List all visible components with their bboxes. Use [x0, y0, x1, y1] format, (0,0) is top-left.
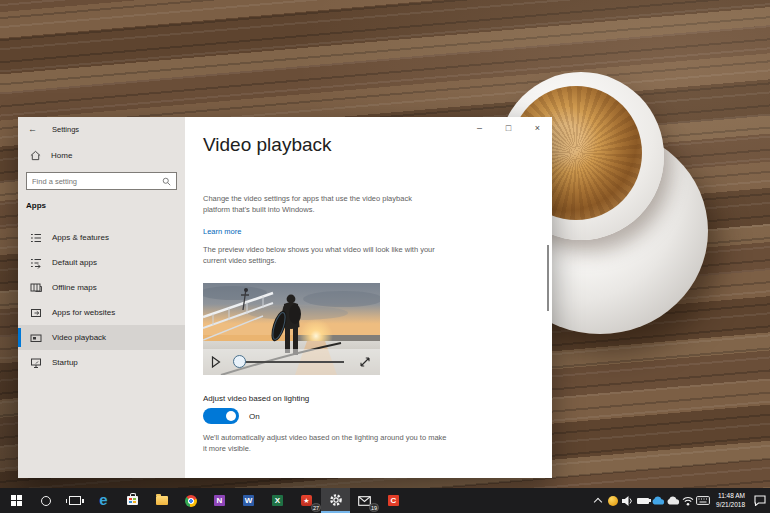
notification-badge: 19 — [369, 503, 379, 512]
chrome-icon — [185, 495, 197, 507]
settings-sidebar: ← Settings Home Apps Apps & features — [18, 117, 185, 478]
tray-battery[interactable] — [635, 488, 650, 513]
lighting-toggle-row: On — [203, 408, 260, 424]
tray-volume[interactable] — [620, 488, 635, 513]
learn-more-link[interactable]: Learn more — [203, 227, 241, 236]
sidebar-item-label: Default apps — [52, 258, 97, 267]
taskbar-item-chrome[interactable] — [176, 488, 205, 513]
sidebar-items: Apps & features Default apps Offline map… — [18, 225, 185, 375]
search-box[interactable] — [26, 172, 177, 190]
task-view-icon — [69, 496, 81, 505]
tray-date: 9/21/2018 — [716, 501, 745, 510]
tray-yellow-app[interactable] — [605, 488, 620, 513]
windows-logo-icon — [11, 495, 22, 506]
tray-onedrive[interactable] — [650, 488, 665, 513]
red-star-app-icon: ★ — [301, 495, 312, 506]
chevron-up-icon — [593, 498, 601, 506]
speaker-icon — [622, 496, 634, 506]
scrollbar-thumb[interactable] — [547, 245, 549, 311]
lighting-setting-label: Adjust video based on lighting — [203, 394, 309, 403]
sidebar-item-home[interactable]: Home — [18, 145, 185, 165]
taskbar-item-c-app[interactable]: C — [379, 488, 408, 513]
sidebar-item-label: Offline maps — [52, 283, 97, 292]
taskbar-item-file-explorer[interactable] — [147, 488, 176, 513]
keyboard-icon — [696, 496, 710, 505]
back-button[interactable]: ← — [28, 124, 42, 134]
sidebar-item-label: Apps & features — [52, 233, 109, 242]
offline-maps-icon — [30, 282, 42, 294]
search-icon[interactable] — [162, 177, 171, 186]
fullscreen-button[interactable] — [359, 356, 371, 368]
sidebar-item-offline-maps[interactable]: Offline maps — [18, 275, 185, 300]
intro-text: Change the video settings for apps that … — [203, 194, 435, 215]
lighting-toggle[interactable] — [203, 408, 239, 424]
word-icon: W — [243, 495, 254, 506]
sidebar-header: ← Settings — [18, 121, 185, 137]
default-apps-icon — [30, 257, 42, 269]
close-button[interactable]: × — [523, 117, 552, 138]
sidebar-item-apps-for-websites[interactable]: Apps for websites — [18, 300, 185, 325]
sidebar-item-apps-features[interactable]: Apps & features — [18, 225, 185, 250]
cortana-icon — [41, 496, 51, 506]
start-button[interactable] — [2, 488, 31, 513]
video-control-bar — [203, 349, 380, 375]
sidebar-item-default-apps[interactable]: Default apps — [18, 250, 185, 275]
sidebar-item-label: Video playback — [52, 333, 106, 342]
toggle-knob — [226, 411, 236, 421]
taskbar-item-onenote[interactable]: N — [205, 488, 234, 513]
seek-thumb[interactable] — [233, 355, 246, 368]
video-playback-icon — [30, 332, 42, 344]
task-view-button[interactable] — [60, 488, 89, 513]
taskbar: e N W X ★ 27 19 C — [0, 488, 770, 513]
maximize-button[interactable]: □ — [494, 117, 523, 138]
settings-main-pane: – □ × Video playback Change the video se… — [185, 117, 552, 478]
apps-features-icon — [30, 232, 42, 244]
onenote-icon: N — [214, 495, 225, 506]
onedrive-cloud-icon — [651, 496, 665, 505]
tray-time: 11:48 AM — [718, 492, 745, 501]
c-app-icon: C — [388, 495, 399, 506]
taskbar-item-settings[interactable] — [321, 488, 350, 513]
settings-window: ← Settings Home Apps Apps & features — [18, 117, 552, 478]
minimize-button[interactable]: – — [465, 117, 494, 138]
sidebar-item-label: Apps for websites — [52, 308, 115, 317]
tray-overflow-button[interactable] — [590, 488, 605, 513]
taskbar-item-store[interactable] — [118, 488, 147, 513]
tray-wifi[interactable] — [680, 488, 695, 513]
notification-badge: 27 — [311, 503, 321, 512]
window-title: Settings — [52, 125, 79, 134]
tray-clock[interactable]: 11:48 AM 9/21/2018 — [716, 492, 745, 509]
microsoft-store-icon — [127, 496, 138, 505]
taskbar-item-red-star-app[interactable]: ★ 27 — [292, 488, 321, 513]
home-label: Home — [51, 151, 72, 160]
search-input[interactable] — [32, 177, 162, 186]
apps-for-websites-icon — [30, 307, 42, 319]
taskbar-item-edge[interactable]: e — [89, 488, 118, 513]
taskbar-item-mail[interactable]: 19 — [350, 488, 379, 513]
sidebar-section-header: Apps — [26, 201, 46, 210]
file-explorer-icon — [156, 496, 168, 505]
lighting-setting-description: We'll automatically adjust video based o… — [203, 433, 449, 454]
home-icon — [30, 150, 41, 161]
sidebar-item-startup[interactable]: Startup — [18, 350, 185, 375]
battery-icon — [637, 498, 649, 504]
taskbar-item-excel[interactable]: X — [263, 488, 292, 513]
tray-touch-keyboard[interactable] — [695, 488, 710, 513]
toggle-state-label: On — [249, 412, 260, 421]
wifi-icon — [682, 496, 694, 506]
action-center-button[interactable] — [752, 488, 767, 513]
seek-bar[interactable] — [236, 361, 344, 363]
sidebar-item-video-playback[interactable]: Video playback — [18, 325, 185, 350]
play-button[interactable] — [211, 356, 221, 368]
cortana-button[interactable] — [31, 488, 60, 513]
yellow-circle-icon — [608, 496, 618, 506]
sidebar-item-label: Startup — [52, 358, 78, 367]
taskbar-item-word[interactable]: W — [234, 488, 263, 513]
preview-caption: The preview video below shows you what v… — [203, 245, 447, 266]
settings-gear-icon — [329, 493, 343, 507]
tray-cloud[interactable] — [665, 488, 680, 513]
page-title: Video playback — [203, 134, 332, 156]
window-controls: – □ × — [465, 117, 552, 138]
video-preview[interactable] — [203, 283, 380, 375]
white-cloud-icon — [666, 496, 680, 505]
